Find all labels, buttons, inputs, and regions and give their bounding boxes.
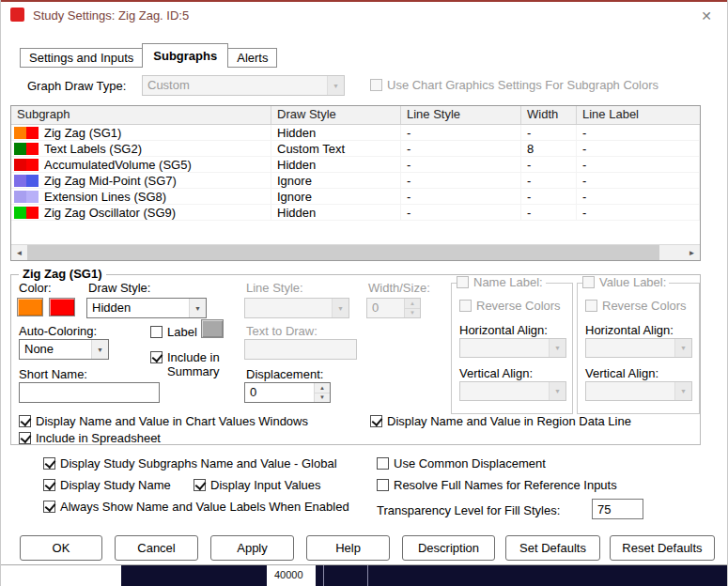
checkbox-display-input-values[interactable]: Display Input Values <box>194 478 321 492</box>
scroll-left-icon[interactable]: ◄ <box>11 245 27 260</box>
subgraph-name: Zig Zag Oscillator (SG9) <box>44 206 176 220</box>
cell-line-style: - <box>401 189 521 205</box>
checkbox-box <box>582 276 595 288</box>
cell-width: - <box>521 189 577 205</box>
cell-line-style: - <box>401 173 521 189</box>
scrollbar-thumb[interactable] <box>27 245 659 260</box>
transparency-input[interactable] <box>592 499 643 519</box>
cell-line-style: - <box>401 157 521 173</box>
subgraph-table: Subgraph Draw Style Line Style Width Lin… <box>10 105 701 261</box>
checkbox-box <box>377 457 389 470</box>
cell-line-label: - <box>577 189 700 205</box>
draw-style-value: Hidden <box>87 299 189 317</box>
chevron-down-icon: ▼ <box>549 339 565 357</box>
checkbox-subgraphs-global[interactable]: Display Study Subgraphs Name and Value -… <box>43 456 337 470</box>
header-line-style[interactable]: Line Style <box>401 106 521 124</box>
checkbox-box <box>370 79 382 91</box>
horizontal-scrollbar[interactable]: ◄ ► <box>11 244 700 260</box>
checkbox-chart-values-windows[interactable]: Display Name and Value in Chart Values W… <box>19 414 308 428</box>
cell-line-label: - <box>577 173 700 189</box>
cell-line-label: - <box>577 125 700 141</box>
displacement-stepper[interactable]: 0 ▲ ▼ <box>244 382 331 403</box>
checkbox-label-option[interactable]: Label <box>150 325 197 339</box>
table-row[interactable]: Zig Zag Oscillator (SG9) Hidden - - - <box>11 205 700 221</box>
label-color-button[interactable] <box>201 319 224 338</box>
tab-alerts[interactable]: Alerts <box>227 48 277 68</box>
table-row[interactable]: Text Labels (SG2) Custom Text - 8 - <box>11 141 700 157</box>
checkbox-label: Display Name and Value in Region Data Li… <box>387 414 631 428</box>
secondary-color-button[interactable] <box>49 298 75 316</box>
checkbox-resolve-full-names[interactable]: Resolve Full Names for Reference Inputs <box>377 478 617 492</box>
displacement-label: Displacement: <box>246 367 323 381</box>
checkbox-box <box>457 276 469 288</box>
chart-axis-value: 40000 <box>274 569 303 580</box>
reset-defaults-button[interactable]: Reset Defaults <box>610 535 715 561</box>
checkbox-label: Value Label: <box>599 275 666 289</box>
close-icon[interactable]: ✕ <box>695 6 718 26</box>
checkbox-include-spreadsheet[interactable]: Include in Spreadsheet <box>19 431 161 445</box>
cell-draw-style: Hidden <box>271 157 401 173</box>
checkbox-label: Reverse Colors <box>602 299 687 313</box>
vertical-align-label: Vertical Align: <box>459 366 533 380</box>
checkbox-include-in-summary[interactable]: Include in Summary <box>150 350 237 378</box>
chevron-down-icon: ▼ <box>332 299 349 317</box>
draw-style-select[interactable]: Hidden ▼ <box>86 298 207 318</box>
description-button[interactable]: Description <box>402 535 495 561</box>
value-label-group: Value Label: Reverse Colors Horizontal A… <box>577 283 700 414</box>
subgraph-name: Text Labels (SG2) <box>44 142 142 156</box>
short-name-input[interactable] <box>19 382 160 403</box>
auto-coloring-select[interactable]: None ▼ <box>19 339 109 360</box>
help-button[interactable]: Help <box>306 535 390 561</box>
study-settings-dialog: Study Settings: Zig Zag. ID:5 ✕ Settings… <box>0 0 728 586</box>
combo-value <box>460 339 549 357</box>
cancel-button[interactable]: Cancel <box>115 535 198 561</box>
spinner-down-icon: ▼ <box>404 309 420 318</box>
apply-button[interactable]: Apply <box>210 535 294 561</box>
spinner-up-icon[interactable]: ▲ <box>314 383 330 393</box>
horizontal-align-label: Horizontal Align: <box>459 323 548 337</box>
checkbox-common-displacement[interactable]: Use Common Displacement <box>377 456 546 470</box>
text-to-draw-label: Text to Draw: <box>246 324 318 338</box>
cell-width: - <box>521 157 577 173</box>
subgraph-color-swatch <box>14 207 39 219</box>
ok-button[interactable]: OK <box>20 535 102 561</box>
tab-settings-and-inputs[interactable]: Settings and Inputs <box>20 48 143 68</box>
tab-subgraphs[interactable]: Subgraphs <box>142 43 228 68</box>
primary-color-button[interactable] <box>17 298 43 316</box>
header-line-label[interactable]: Line Label <box>577 106 700 124</box>
subgraph-color-swatch <box>14 159 39 171</box>
table-row[interactable]: Zig Zag Mid-Point (SG7) Ignore - - - <box>11 173 700 189</box>
displacement-value: 0 <box>245 383 314 402</box>
table-row[interactable]: AccumulatedVolume (SG5) Hidden - - - <box>11 157 700 173</box>
title-bar: Study Settings: Zig Zag. ID:5 ✕ <box>1 2 727 28</box>
checkbox-box <box>370 415 382 427</box>
combo-value <box>586 382 674 400</box>
set-defaults-button[interactable]: Set Defaults <box>505 535 600 561</box>
header-draw-style[interactable]: Draw Style <box>271 106 401 124</box>
chevron-down-icon[interactable]: ▼ <box>189 299 206 317</box>
group-title: Zig Zag (SG1) <box>19 267 106 281</box>
chevron-down-icon[interactable]: ▼ <box>91 340 108 359</box>
checkbox-display-study-name[interactable]: Display Study Name <box>43 478 171 492</box>
chevron-down-icon: ▼ <box>674 339 691 357</box>
scrollbar-track[interactable] <box>659 245 684 260</box>
line-style-value <box>245 299 332 317</box>
checkbox-always-show-labels[interactable]: Always Show Name and Value Labels When E… <box>43 500 349 514</box>
header-subgraph[interactable]: Subgraph <box>11 106 271 124</box>
cell-line-label: - <box>577 205 700 221</box>
header-width[interactable]: Width <box>521 106 577 124</box>
width-size-stepper: 0 ▲ ▼ <box>366 298 421 318</box>
scroll-right-icon[interactable]: ► <box>684 245 700 260</box>
checkbox-box <box>150 351 163 363</box>
checkbox-region-data-line[interactable]: Display Name and Value in Region Data Li… <box>370 414 631 428</box>
cell-draw-style: Hidden <box>271 125 401 141</box>
app-icon <box>10 8 24 22</box>
checkbox-value-reverse-colors: Reverse Colors <box>585 299 687 313</box>
table-row[interactable]: Zig Zag (SG1) Hidden - - - <box>11 125 700 141</box>
short-name-label: Short Name: <box>19 367 87 381</box>
spinner-down-icon[interactable]: ▼ <box>314 393 330 403</box>
checkbox-name-label: Name Label: <box>457 275 546 289</box>
checkbox-label: Use Chart Graphics Settings For Subgraph… <box>387 78 658 92</box>
subgraph-color-swatch <box>14 143 39 155</box>
table-row[interactable]: Extension Lines (SG8) Ignore - - - <box>11 189 700 205</box>
